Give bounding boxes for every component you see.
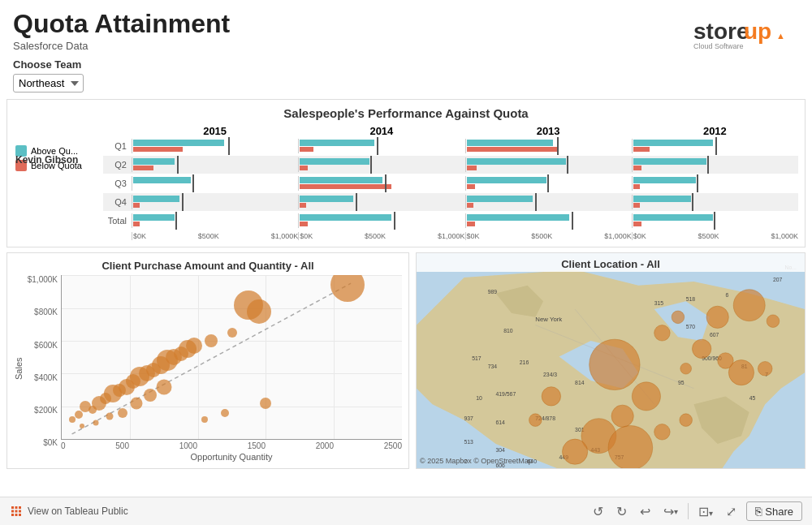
axis-label: $1,000K: [438, 232, 465, 240]
svg-rect-67: [19, 510, 21, 513]
q3-2013-quota: [547, 174, 549, 192]
map-section: Client Location - All New York 989 810 5…: [416, 252, 806, 469]
q1-2014-above: [300, 140, 374, 146]
title-block: Quota Attainment Salesforce Data: [13, 10, 230, 52]
x-tick: 0: [61, 441, 66, 450]
scatter-title: Client Purchase Amount and Quantity - Al…: [14, 260, 402, 272]
axis-label: $500K: [531, 232, 552, 240]
share-button[interactable]: ⎘ Share: [746, 501, 802, 521]
x-tick: 500: [115, 441, 129, 450]
q2-2012: [632, 157, 798, 172]
year-headers-row: 2015 2014 2013 2012: [103, 125, 798, 137]
q2-2013: [465, 157, 632, 172]
grid-v: [266, 275, 266, 439]
q4-2015: [132, 195, 298, 209]
total-2012: [632, 213, 798, 228]
q2-2013-above: [467, 158, 567, 165]
footer-divider: [688, 503, 689, 519]
q1-2013: [465, 139, 632, 153]
q2-2015-below: [133, 166, 153, 170]
scatter-dot: [93, 420, 98, 425]
q2-2014-below: [300, 166, 308, 170]
q4-2013-quota: [535, 193, 537, 211]
q4-2012: [632, 195, 798, 209]
svg-point-60: [654, 325, 671, 342]
forward-button[interactable]: ↪▾: [660, 502, 681, 521]
bar-chart-years-container: Kevin Gibson 2015 2014 2013 2012 Q1: [103, 125, 798, 240]
q1-label: Q1: [103, 141, 132, 151]
map-credit: © 2025 Mapbox © OpenStreetMap: [420, 457, 533, 465]
total-2015: [132, 213, 298, 228]
logo: store up ▲ Cloud Software: [693, 10, 799, 50]
year-2013: 2013: [465, 125, 632, 137]
q2-2012-quota: [707, 156, 709, 174]
q4-2014-quota: [356, 193, 357, 211]
grid-h: [62, 373, 402, 374]
svg-point-50: [590, 339, 640, 389]
grid-v: [334, 275, 335, 439]
q4-label: Q4: [103, 197, 132, 207]
q1-2012-quota: [715, 137, 717, 155]
svg-point-48: [758, 362, 772, 377]
q2-2014: [298, 157, 464, 172]
scatter-dot: [260, 398, 271, 409]
fullscreen-button[interactable]: ⤢: [723, 502, 740, 521]
q3-2014: [298, 176, 464, 191]
year-2014: 2014: [298, 125, 464, 137]
redo-right-button[interactable]: ↻: [613, 502, 630, 521]
scatter-dot: [330, 275, 365, 302]
total-2012-quota: [714, 212, 715, 230]
svg-point-52: [611, 405, 633, 427]
q4-2014-below: [300, 203, 306, 208]
axis-2014: $0K $500K $1,000K: [298, 232, 464, 240]
svg-rect-65: [11, 510, 14, 513]
q4-2013: [465, 195, 632, 209]
bottom-row: Client Purchase Amount and Quantity - Al…: [6, 252, 806, 469]
q1-2012: [632, 139, 798, 153]
scatter-dot: [80, 424, 84, 428]
q4-2013-below: [467, 203, 473, 208]
page-subtitle: Salesforce Data: [13, 40, 230, 52]
svg-text:937: 937: [464, 415, 474, 421]
tableau-label[interactable]: View on Tableau Public: [28, 506, 128, 517]
axis-label: $500K: [198, 232, 219, 240]
back-button[interactable]: ↩: [637, 502, 654, 521]
axis-2015: $0K $500K $1,000K: [132, 232, 298, 240]
y-tick: $200K: [34, 406, 58, 415]
total-2012-below: [633, 222, 641, 226]
grid-v: [130, 275, 131, 439]
q1-2014: [298, 139, 464, 153]
q2-2012-above: [633, 158, 706, 165]
expand-button[interactable]: ⊡▾: [695, 502, 716, 521]
q2-2013-quota: [567, 156, 568, 174]
axis-label: $0K: [467, 232, 480, 240]
axis-label: $0K: [133, 232, 146, 240]
q3-2014-above: [300, 177, 382, 183]
grid-h: [62, 407, 402, 407]
svg-text:304: 304: [496, 447, 506, 453]
q4-2012-below: [633, 203, 640, 208]
scatter-dot: [201, 416, 208, 423]
svg-text:New York: New York: [535, 316, 562, 323]
q3-2012: [632, 176, 798, 191]
svg-point-43: [706, 306, 728, 328]
axis-label: $1,000K: [771, 232, 798, 240]
q4-2015-below: [133, 203, 140, 208]
q3-2015-quota: [192, 174, 194, 192]
svg-point-59: [562, 439, 587, 464]
grid-h: [62, 341, 402, 342]
svg-text:518: 518: [686, 297, 696, 303]
q3-2013: [465, 176, 632, 191]
scatter-dot: [69, 416, 76, 423]
svg-text:734: 734: [488, 364, 498, 369]
bar-chart-title: Salespeople's Performance Against Quota: [14, 106, 798, 120]
axis-label: $0K: [300, 232, 313, 240]
undo-button[interactable]: ↺: [590, 502, 607, 521]
scatter-dot: [118, 408, 127, 418]
scatter-x-axis-labels: 0 500 1000 1500 2000 2500: [61, 440, 402, 450]
svg-point-42: [733, 290, 765, 321]
team-dropdown[interactable]: Northeast Southeast Midwest West: [13, 74, 84, 93]
svg-point-54: [608, 426, 653, 469]
x-tick: 1500: [248, 441, 266, 450]
svg-rect-63: [15, 506, 18, 509]
